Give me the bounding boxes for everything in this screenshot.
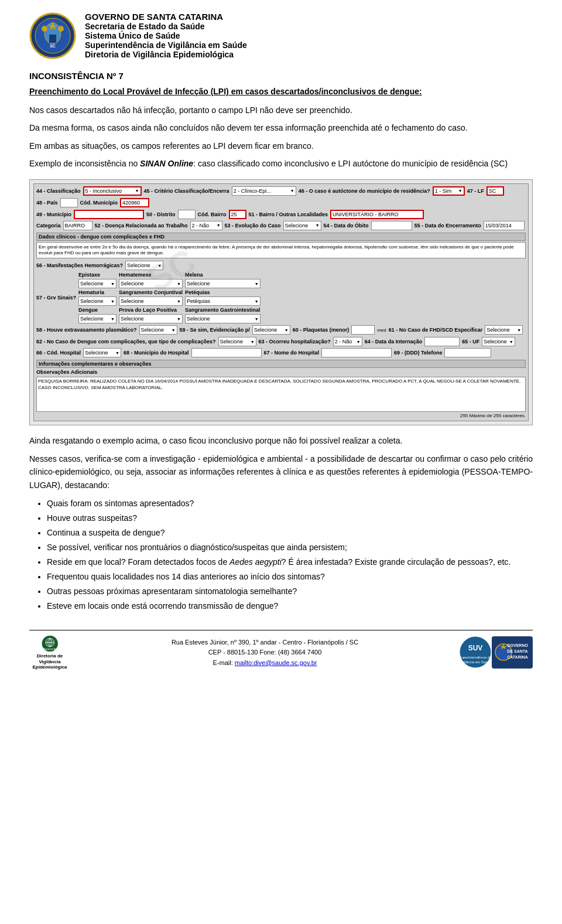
evolucao-dropdown[interactable]: Selecione: [283, 221, 321, 230]
para2: Da mesma forma, os casos ainda não concl…: [29, 121, 533, 134]
evidenciacao-dropdown[interactable]: Selecione: [252, 325, 290, 335]
bullet-1: Quais foram os sintomas apresentados?: [47, 497, 533, 510]
categoria-label: Categoria: [36, 223, 61, 229]
uf-int-label: 65 - UF: [462, 339, 479, 345]
evolucao-value: Selecione: [285, 223, 309, 229]
clinical-text-box: Em geral desenvolve-se entre 2o e 5o dia…: [36, 242, 526, 259]
header-line5: Diretoria de Vigilância Epidemiológica: [85, 50, 533, 59]
col3: Melena Selecione Petéquias Petéquias San…: [185, 272, 261, 323]
prova-laco-dropdown[interactable]: Selecione: [119, 314, 183, 323]
cod-mun-value: 420960: [122, 200, 140, 206]
outras-local-label: 51 - Bairro / Outras Localidades: [249, 212, 328, 217]
dive-label: Diretoria deVigilânciaEpidemiológica: [32, 653, 67, 670]
footer: Vigilância em Saúde Diretoria deVigilânc…: [29, 630, 533, 670]
cod-mun-label: Cód. Município: [80, 200, 118, 206]
footer-email: E-mail: mailto:dive@saude.sc.gov.br: [70, 658, 460, 669]
obs-label: Observações Adicionais: [36, 369, 97, 375]
cod-bairro-label: Cód. Bairro: [198, 212, 227, 217]
dengue-dropdown[interactable]: Selecione: [78, 314, 116, 323]
municipio-hosp-label: 68 - Município do Hospital: [124, 350, 189, 356]
evolucao-label: 53 - Evolução do Caso: [225, 223, 281, 229]
para1: Nos casos descartados não há infecção, p…: [29, 104, 533, 117]
obs-value: PESQUISA BORREIRA: REALIZADO COLETA NO D…: [38, 379, 520, 390]
page: SC GOVERNO DE SANTA CATARINA Secretaria …: [0, 0, 562, 682]
hospitalizacao-label: 63 - Ocorreu hospitalização?: [259, 339, 331, 345]
obs-textarea[interactable]: PESQUISA BORREIRA: REALIZADO COLETA NO D…: [36, 377, 526, 412]
criterio-value: 2 - Clínico-Epi...: [234, 188, 271, 194]
uf-int-dropdown[interactable]: Selecione: [482, 337, 515, 346]
melena-dropdown[interactable]: Selecione: [185, 279, 261, 288]
nome-hosp-field: [321, 348, 392, 357]
complicacoes-dropdown[interactable]: Selecione: [218, 337, 256, 346]
bullet-5: Reside em que local? Foram detectados fo…: [47, 556, 533, 568]
footer-logo-dive: Vigilância em Saúde Diretoria deVigilânc…: [29, 635, 70, 670]
doenca-value: 2 - Não: [192, 223, 210, 229]
classification-dropdown[interactable]: 5 - Inconclusivo: [83, 186, 142, 196]
sangramento-dropdown[interactable]: Selecione: [119, 296, 183, 306]
petequias-label: Petéquias: [185, 289, 261, 295]
bullet-8: Esteve em locais onde está ocorrendo tra…: [47, 600, 533, 612]
svg-rect-4: [49, 35, 56, 43]
subtitle-underline: Preenchimento do Local Provável de Infec…: [29, 87, 422, 96]
epistaxe-label: Epistaxe: [78, 272, 116, 278]
hospitalizacao-dropdown[interactable]: 2 - Não: [333, 337, 362, 346]
bairro-dist-field: [178, 210, 196, 219]
svg-text:Vigilância em Saúde: Vigilância em Saúde: [40, 648, 60, 650]
complicacoes-label: 62 - No Caso de Dengue com complicações,…: [36, 339, 216, 345]
criterio-dropdown[interactable]: 2 - Clínico-Epi...: [232, 186, 296, 196]
cat-value: BAIRRO: [65, 223, 85, 229]
categoria-field: BAIRRO: [63, 221, 92, 230]
fhd-dropdown[interactable]: Selecione: [485, 325, 523, 335]
svg-point-6: [58, 26, 64, 32]
sangr-gast-dropdown[interactable]: Selecione: [185, 314, 261, 323]
cod-mun-field: 420960: [120, 198, 149, 207]
para3: Em ambas as situações, os campos referen…: [29, 139, 533, 152]
header: SC GOVERNO DE SANTA CATARINA Secretaria …: [29, 12, 533, 59]
footer-logo-suv: SUV Superintendência de Vigilância em Sa…: [460, 636, 492, 669]
manif-dropdown[interactable]: Selecione: [125, 261, 163, 270]
sangr-gast-label: Sangramento Gastrointestinal: [185, 307, 261, 313]
municipio-field: [74, 210, 144, 219]
bullet-3: Continua a suspeita de dengue?: [47, 527, 533, 539]
manif-label: 56 - Manifestações Hemorrágicas?: [36, 262, 123, 268]
svg-text:Superintendência de: Superintendência de: [460, 656, 492, 659]
evidenciacao-label: 59 - Se sim, Evidenciação p/: [180, 327, 250, 333]
svg-point-5: [42, 26, 47, 32]
example-intro: Exemplo de inconsistência no SINAN Onlin…: [29, 157, 533, 170]
para4: Ainda resgatando o exemplo acima, o caso…: [29, 434, 533, 447]
col2: Hematemese Selecione Sangramento Conjunt…: [119, 272, 183, 323]
hematemese-dropdown[interactable]: Selecione: [119, 279, 183, 288]
doenca-dropdown[interactable]: 2 - Não: [190, 221, 222, 230]
intro-block: Preenchimento do Local Provável de Infec…: [29, 86, 533, 98]
extravasamento-dropdown[interactable]: Selecione: [139, 325, 177, 335]
gravidade-label: 57 - Grv Sinais?: [36, 295, 76, 301]
cod-pais-field: [60, 198, 78, 207]
epistaxe-dropdown[interactable]: Selecione: [78, 279, 116, 288]
max-chars: 255 Máximo de 255 caracteres.: [36, 413, 526, 418]
gravidade-options: Epistaxe Selecione Hematuria Selecione D…: [78, 272, 261, 323]
hematuria-dropdown[interactable]: Selecione: [78, 296, 116, 306]
petequias-dropdown[interactable]: Petéquias: [185, 296, 261, 306]
nome-hosp-label: 67 - Nome do Hospital: [264, 350, 320, 356]
header-line1: GOVERNO DE SANTA CATARINA: [85, 12, 533, 22]
footer-address: Rua Esteves Júnior, nº 390, 1º andar - C…: [70, 637, 460, 648]
autoctone-dropdown[interactable]: 1 - Sim: [433, 186, 465, 196]
footer-logo-gov: GOVERNO DE SANTA CATARINA: [492, 636, 533, 669]
bullet-4: Se possível, verificar nos prontuários o…: [47, 541, 533, 554]
cod-bairro-value: 25: [231, 212, 237, 217]
cnes-dropdown[interactable]: Selecione: [83, 348, 121, 357]
hematemese-label: Hematemese: [119, 272, 183, 278]
header-logo: SC: [29, 12, 76, 59]
bullet-2: Houve outras suspeitas?: [47, 512, 533, 524]
bullet-6: Frequentou quais localidades nos 14 dias…: [47, 571, 533, 583]
sinan-form: 44 - Classificação 5 - Inconclusivo 45 -…: [33, 183, 529, 422]
cnes-label: 66 - Cód. Hospital: [36, 350, 81, 356]
plaquetas-field: [351, 325, 375, 335]
classification-value: 5 - Inconclusivo: [85, 188, 122, 194]
bullet-7: Outras pessoas próximas apresentaram sin…: [47, 585, 533, 598]
footer-email-link[interactable]: mailto:dive@saude.sc.gov.br: [235, 659, 317, 666]
lf-field: SC: [486, 186, 504, 196]
lf-value: SC: [489, 188, 496, 194]
prova-laco-label: Prova do Laço Positiva: [119, 307, 183, 313]
footer-cep: CEP - 88015-130 Fone: (48) 3664 7400: [70, 647, 460, 658]
